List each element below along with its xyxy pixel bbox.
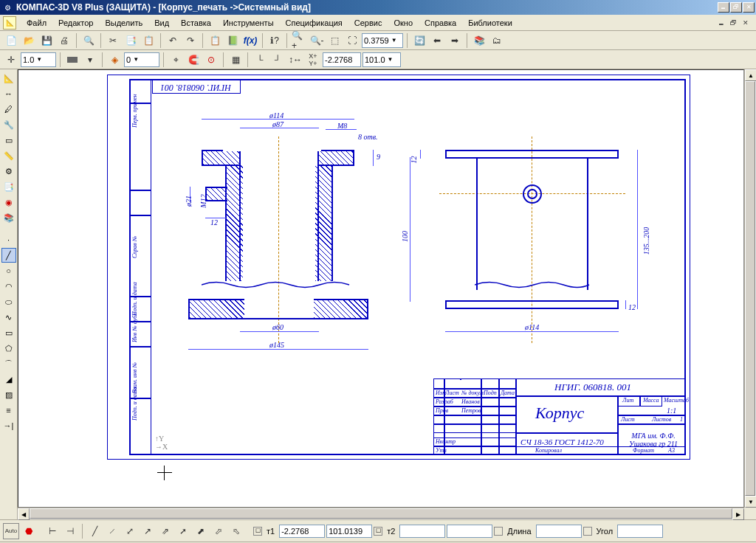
new-button[interactable]: 📄 [3,32,19,49]
open-button[interactable]: 📂 [21,32,37,49]
menu-libraries[interactable]: Библиотеки [462,16,518,30]
stop-button[interactable]: ⬣ [21,523,37,539]
t1-y-input[interactable] [326,525,372,538]
geometry-panel-icon[interactable]: 📐 [1,71,16,86]
angle-checkbox[interactable] [583,527,592,536]
style-line6[interactable]: ➚ [175,523,191,539]
scrollbar-vertical[interactable]: ▲ ▼ [744,69,756,508]
zoom-in-button[interactable]: 🔍+ [291,32,307,49]
measure-panel-icon[interactable]: 📏 [1,148,16,163]
linetype-preview[interactable] [64,52,80,68]
layers-button[interactable]: 📚 [471,32,487,49]
endpoint-mode-a[interactable]: ⊢ [44,523,61,539]
t1-checkbox[interactable]: ☐ [253,527,262,536]
paste-button[interactable]: 📋 [140,32,157,49]
preview-button[interactable]: 🔍 [80,32,97,49]
cut-button[interactable]: ✂ [105,32,121,49]
t2-checkbox[interactable]: ☐ [374,527,382,536]
polygon-tool[interactable]: ⬠ [1,341,16,356]
redo-button[interactable]: ↷ [182,32,199,49]
snap-crosshair-button[interactable]: ✛ [3,52,19,68]
menu-service[interactable]: Сервис [348,16,388,30]
point-tool[interactable]: · [1,232,16,247]
close-button[interactable]: ✕ [743,2,755,13]
help-cursor-button[interactable]: ℹ? [267,32,283,49]
style-line4[interactable]: ↗ [140,523,156,539]
style-line3[interactable]: ⤢ [122,523,138,539]
scroll-down-button[interactable]: ▼ [745,496,756,508]
select-panel-icon[interactable]: ▭ [1,133,16,148]
zoom-window-button[interactable]: ⬚ [326,32,343,49]
edit-panel-icon[interactable]: 🔧 [1,117,16,132]
scrollbar-horizontal[interactable]: ◀ ▶ [18,508,744,519]
menu-spec[interactable]: Спецификация [280,16,348,30]
menu-help[interactable]: Справка [419,16,462,30]
assoc-panel-icon[interactable]: ◉ [1,195,16,210]
mdi-minimize[interactable]: 🗕 [718,19,724,27]
scroll-up-button[interactable]: ▲ [745,69,756,81]
menu-insert[interactable]: Вставка [175,16,217,30]
copy-button[interactable]: 📑 [123,32,139,49]
coord-button[interactable]: ↕↔ [287,52,303,68]
manager-button[interactable]: 📗 [224,32,241,49]
menu-window[interactable]: Окно [388,16,419,30]
spec-panel-icon[interactable]: 📑 [1,179,16,194]
ortho-j-button[interactable]: ┘ [269,52,286,68]
style-line5[interactable]: ⇗ [157,523,173,539]
fillet-tool[interactable]: ⌒ [1,356,16,371]
style-line8[interactable]: ⬀ [210,523,227,539]
drawing-canvas[interactable]: Перв. примен Справ № Подп. и дата Инв № … [18,69,744,508]
style-line9[interactable]: ⬁ [228,523,244,539]
menu-icon[interactable]: 📐 [3,16,16,30]
ortho-l-button[interactable]: └ [252,52,268,68]
angle-input[interactable] [617,525,663,538]
style-line2[interactable]: ⟋ [104,523,120,539]
zoom-fit-button[interactable]: ⛶ [344,32,360,49]
scale-combo[interactable]: 1.0▼ [21,52,56,67]
menu-editor[interactable]: Редактор [52,16,99,30]
t2-y-input[interactable] [447,525,492,538]
extend-tool[interactable]: →| [1,418,16,433]
minimize-button[interactable]: 🗕 [718,2,729,13]
chamfer-tool[interactable]: ◢ [1,372,16,387]
coord-y[interactable]: 101.0▼ [362,52,401,67]
linetype-dropdown[interactable]: ▾ [82,52,98,68]
dims-panel-icon[interactable]: ↔ [1,86,16,101]
params-panel-icon[interactable]: ⚙ [1,164,16,179]
mdi-close[interactable]: ✕ [743,19,749,27]
snap-end-button[interactable]: ⌖ [168,52,184,68]
ellipse-tool[interactable]: ⬭ [1,294,16,309]
len-checkbox[interactable] [494,527,503,536]
refresh-button[interactable]: 🔄 [411,32,427,49]
mdi-restore[interactable]: 🗗 [730,19,737,27]
zoom-out-button[interactable]: 🔍- [309,32,325,49]
len-input[interactable] [536,525,582,538]
endpoint-mode-b[interactable]: ⊣ [62,523,78,539]
snap-center-button[interactable]: ⊙ [203,52,219,68]
labels-panel-icon[interactable]: 🖊 [1,102,16,117]
scroll-right-button[interactable]: ▶ [732,508,744,520]
menu-file[interactable]: Файл [21,16,52,30]
arc-tool[interactable]: ◠ [1,279,16,294]
menu-view[interactable]: Вид [148,16,175,30]
lib-panel-icon[interactable]: 📚 [1,210,16,225]
spline-tool[interactable]: ∿ [1,310,16,325]
t2-x-input[interactable] [399,525,445,538]
prev-view-button[interactable]: ⬅ [429,32,445,49]
auto-button[interactable]: Auto [3,523,19,539]
zoom-combo[interactable]: 0.3759▼ [362,33,403,48]
circle-tool[interactable]: ○ [1,263,16,278]
print-button[interactable]: 🖨 [56,32,72,49]
t1-x-input[interactable] [279,525,325,538]
grid-button[interactable]: ▦ [227,52,244,68]
menu-tools[interactable]: Инструменты [217,16,280,30]
fx-button[interactable]: f(x) [242,32,258,49]
save-button[interactable]: 💾 [38,32,55,49]
style-line1[interactable]: ╱ [86,523,103,539]
hatch-tool[interactable]: ▨ [1,387,16,402]
restore-button[interactable]: 🗗 [730,2,742,13]
views-button[interactable]: 🗂 [489,32,505,49]
coord-x[interactable]: -2.2768 [323,52,361,67]
style-line7[interactable]: ⬈ [193,523,209,539]
coord-xy-button[interactable]: X+Y+ [305,52,321,68]
